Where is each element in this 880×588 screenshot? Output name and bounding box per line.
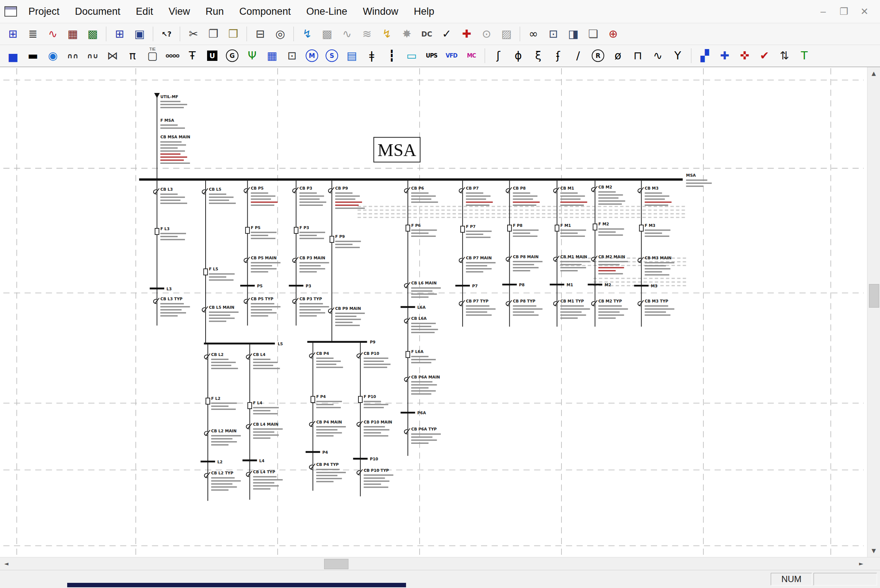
report-view-icon[interactable]: ▦	[63, 25, 82, 43]
reliability-icon[interactable]: ▨	[497, 25, 516, 43]
motor-start-icon[interactable]: ⊙	[477, 25, 496, 43]
locate-icon[interactable]: ✜	[735, 46, 754, 65]
relay-icon[interactable]: R	[588, 46, 608, 65]
safety-icon[interactable]: ✚	[457, 25, 476, 43]
lv-breaker-icon[interactable]: ʄ	[549, 46, 568, 65]
wye-connection-icon[interactable]: Y	[668, 46, 687, 65]
restore-button[interactable]: ❐	[833, 1, 854, 22]
coordination-icon[interactable]: ▩	[317, 25, 337, 43]
menu-document[interactable]: Document	[67, 6, 128, 17]
tcc-plot-icon[interactable]: ∿	[43, 25, 62, 43]
ground-icon[interactable]: Ŧ	[183, 46, 202, 65]
horizontal-scroll-thumb[interactable]	[324, 559, 349, 569]
oneline-canvas[interactable]: UTIL-MFF MSACB MSA MAINMSAMSACB L3F L3L3…	[0, 67, 867, 557]
reliability-glyph: ▨	[501, 28, 511, 39]
context-help-icon[interactable]: ↖?	[157, 25, 176, 43]
oneline-view-icon[interactable]: ⊞	[3, 25, 23, 43]
copy-icon[interactable]: ❐	[204, 25, 223, 43]
spreadsheet-icon[interactable]: ⊞	[110, 25, 129, 43]
disconnect-icon[interactable]: ∕	[569, 46, 588, 65]
pt-icon[interactable]: ⊓	[628, 46, 647, 65]
svg-text:F L2: F L2	[211, 396, 220, 401]
svg-text:CB P6A MAIN: CB P6A MAIN	[411, 375, 440, 380]
dynamics-icon[interactable]: ≋	[357, 25, 376, 43]
transmission-line-icon[interactable]: ∩∪	[83, 46, 102, 65]
minimize-button[interactable]: –	[813, 1, 833, 22]
add-equipment-icon[interactable]: ✚	[715, 46, 734, 65]
mcc-icon[interactable]: MC	[462, 46, 481, 65]
app-icon[interactable]	[5, 6, 17, 16]
close-button[interactable]: ✕	[854, 1, 875, 22]
datablock-format-icon[interactable]: ◨	[564, 25, 583, 43]
cut-icon[interactable]: ✂	[184, 25, 203, 43]
ct-icon[interactable]: ø	[608, 46, 627, 65]
database-view-icon[interactable]: ≣	[23, 25, 42, 43]
menu-help[interactable]: Help	[406, 6, 442, 17]
vfd-icon[interactable]: VFD	[442, 46, 461, 65]
arc-flash-run-icon[interactable]: ↯	[377, 25, 396, 43]
datablock-icon[interactable]: ⊡	[544, 25, 563, 43]
generator-icon[interactable]: G	[223, 46, 242, 65]
sheet-link-icon[interactable]: ⊡	[282, 46, 302, 65]
transformer-icon[interactable]: ⋈	[103, 46, 122, 65]
dc-analysis-icon[interactable]: DC	[417, 25, 436, 43]
switch-fuse-icon[interactable]: ξ	[529, 46, 548, 65]
short-circuit-run-icon[interactable]: ↯	[298, 25, 317, 43]
paste-icon[interactable]: ❒	[224, 25, 243, 43]
enclosure-icon[interactable]: ▭	[402, 46, 421, 65]
vertical-scrollbar[interactable]: ▲ ▼	[867, 67, 880, 557]
oneline-view-glyph: ⊞	[8, 28, 17, 39]
horizontal-scroll-track[interactable]	[12, 557, 855, 570]
scroll-down-arrow-icon[interactable]: ▼	[868, 544, 880, 557]
switch-icon[interactable]: ǂ	[362, 46, 381, 65]
menu-window[interactable]: Window	[355, 6, 406, 17]
vertical-scroll-track[interactable]	[868, 80, 880, 544]
menu-view[interactable]: View	[161, 6, 198, 17]
panel-schedule-icon[interactable]: ▤	[342, 46, 361, 65]
breaker-icon[interactable]: ʃ	[489, 46, 508, 65]
svg-text:F M2: F M2	[598, 222, 609, 226]
scenario-view-icon[interactable]: ▩	[83, 25, 102, 43]
reactor-icon[interactable]: oooo	[163, 46, 182, 65]
find-icon[interactable]: ∞	[524, 25, 543, 43]
menu-edit[interactable]: Edit	[128, 6, 161, 17]
menu-project[interactable]: Project	[21, 6, 67, 17]
verify-red-icon[interactable]: ✔	[755, 46, 774, 65]
flash-hazard-icon[interactable]: ✸	[397, 25, 417, 43]
save-icon[interactable]: ▣	[130, 25, 149, 43]
swap-icon[interactable]: ⇅	[775, 46, 794, 65]
fuse-icon[interactable]: ɸ	[508, 46, 528, 65]
print-icon[interactable]: ⊟	[251, 25, 270, 43]
cascade-windows-icon[interactable]: ❏	[584, 25, 603, 43]
synchronous-motor-icon[interactable]: S	[322, 46, 341, 65]
double-switch-icon[interactable]: ┇	[382, 46, 401, 65]
harmonics-icon[interactable]: ∿	[337, 25, 357, 43]
scroll-up-arrow-icon[interactable]: ▲	[868, 67, 880, 80]
menu-component[interactable]: Component	[232, 6, 299, 17]
arrester-icon[interactable]: ∿	[648, 46, 667, 65]
database-update-icon[interactable]: ⊕	[603, 25, 623, 43]
cable-icon[interactable]: ◉	[43, 46, 62, 65]
bus-icon[interactable]: ▬	[23, 46, 42, 65]
text-tool-icon[interactable]: T	[795, 46, 814, 65]
print-preview-icon[interactable]: ◎	[271, 25, 290, 43]
wind-turbine-icon[interactable]: Ψ	[242, 46, 262, 65]
network-grid-icon[interactable]: ▦	[262, 46, 282, 65]
utility-icon[interactable]: U	[203, 46, 222, 65]
scroll-left-arrow-icon[interactable]: ◄	[0, 557, 12, 570]
horizontal-scrollbar[interactable]: ◄ ►	[0, 557, 880, 570]
menu-run[interactable]: Run	[198, 6, 232, 17]
motor-icon[interactable]: M	[302, 46, 322, 65]
line-icon[interactable]: ∩∩	[63, 46, 82, 65]
verify-icon[interactable]: ✓	[437, 25, 456, 43]
chart-block-icon[interactable]: ▅	[3, 46, 23, 65]
pi-equivalent-icon[interactable]: π	[123, 46, 142, 65]
tie-breaker-icon-label: TIE	[149, 47, 155, 51]
scroll-right-arrow-icon[interactable]: ►	[855, 557, 868, 570]
ups-icon[interactable]: UPS	[422, 46, 441, 65]
vertical-scroll-thumb[interactable]	[869, 284, 879, 308]
menu-one-line[interactable]: One-Line	[299, 6, 355, 17]
scrollbar-corner	[868, 557, 880, 570]
tie-breaker-icon[interactable]: TIE▢	[143, 46, 162, 65]
results-compare-icon[interactable]: ▞	[695, 46, 714, 65]
